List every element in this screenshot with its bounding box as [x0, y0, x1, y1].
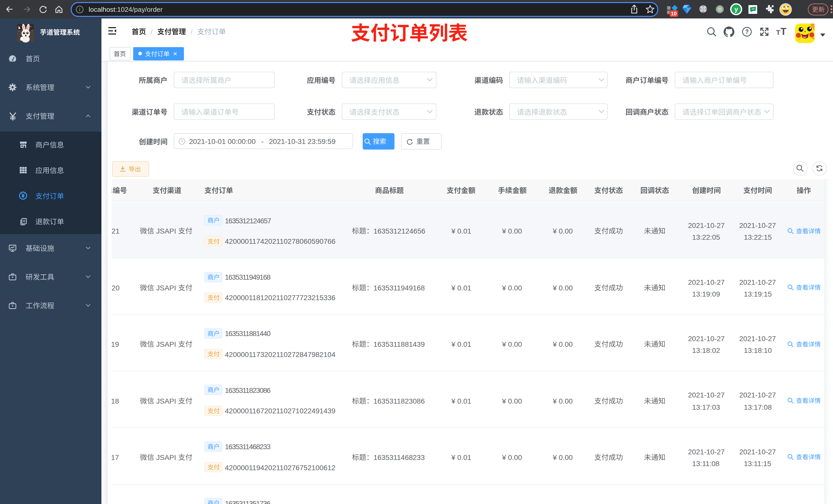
svg-text:¥ 0.00: ¥ 0.00: [552, 453, 573, 461]
svg-text:/: /: [151, 28, 153, 35]
svg-text:2021-10-01 00:00:00: 2021-10-01 00:00:00: [189, 138, 256, 145]
svg-text:¥ 0.00: ¥ 0.00: [502, 453, 522, 461]
svg-text:2021-10-27: 2021-10-27: [739, 221, 776, 230]
svg-text:2021-10-31 23:59:59: 2021-10-31 23:59:59: [269, 138, 336, 145]
svg-text:121: 121: [112, 227, 120, 235]
svg-text:13:19:09: 13:19:09: [692, 290, 720, 298]
svg-text:119: 119: [112, 340, 119, 348]
svg-text:¥ 0.00: ¥ 0.00: [552, 397, 573, 405]
svg-text:¥ 0.01: ¥ 0.01: [451, 227, 471, 235]
svg-text:1635311468233: 1635311468233: [373, 453, 424, 461]
svg-text:?: ?: [745, 28, 749, 35]
svg-text:4200001167202110271022491439: 4200001167202110271022491439: [225, 407, 336, 415]
svg-text:JSAPI: JSAPI: [154, 453, 178, 461]
svg-text:-: -: [261, 138, 263, 145]
svg-text:4200001194202110276752100612: 4200001194202110276752100612: [225, 463, 336, 472]
svg-text:1635311351736: 1635311351736: [225, 499, 270, 504]
svg-text:2021-10-27: 2021-10-27: [688, 335, 724, 343]
svg-text:13:22:15: 13:22:15: [744, 233, 771, 241]
svg-text:¥ 0.01: ¥ 0.01: [451, 397, 471, 405]
svg-text:JSAPI: JSAPI: [154, 397, 178, 405]
svg-text:13:22:05: 13:22:05: [692, 233, 720, 241]
svg-text:13:17:08: 13:17:08: [744, 403, 771, 411]
svg-text:1635311881440: 1635311881440: [225, 330, 270, 338]
svg-text:¥ 0.00: ¥ 0.00: [502, 340, 522, 348]
svg-text:1635311881439: 1635311881439: [373, 340, 424, 348]
svg-text:13:11:15: 13:11:15: [744, 459, 771, 467]
svg-text:1635312124656: 1635312124656: [373, 227, 425, 235]
svg-text:2021-10-27: 2021-10-27: [739, 335, 776, 343]
svg-text:2021-10-27: 2021-10-27: [739, 391, 776, 399]
svg-text:13:18:10: 13:18:10: [744, 346, 771, 355]
svg-text:1635311949168: 1635311949168: [373, 284, 424, 292]
svg-text:¥ 0.00: ¥ 0.00: [502, 227, 522, 235]
svg-text:JSAPI: JSAPI: [154, 227, 178, 235]
svg-text:117: 117: [112, 453, 119, 461]
svg-text:JSAPI: JSAPI: [154, 340, 178, 348]
svg-text:y: y: [734, 6, 738, 13]
svg-text:¥ 0.00: ¥ 0.00: [552, 340, 573, 348]
svg-text:2021-10-27: 2021-10-27: [688, 278, 724, 286]
svg-text:1635311468233: 1635311468233: [225, 443, 270, 451]
svg-text:2021-10-27: 2021-10-27: [739, 448, 776, 456]
svg-text:13:17:03: 13:17:03: [692, 403, 720, 411]
svg-text:120: 120: [112, 284, 120, 292]
svg-text:4200001174202110278060590766: 4200001174202110278060590766: [225, 237, 336, 245]
svg-text:2021-10-27: 2021-10-27: [688, 221, 724, 230]
svg-text:13:11:08: 13:11:08: [692, 459, 720, 467]
svg-text:¥ 0.00: ¥ 0.00: [552, 227, 573, 235]
svg-text:4200001173202110272847982104: 4200001173202110272847982104: [225, 350, 336, 358]
svg-text:1635311823086: 1635311823086: [225, 386, 270, 394]
svg-text:2021-10-27: 2021-10-27: [739, 278, 776, 286]
svg-text:T: T: [776, 29, 780, 37]
svg-text:1635311949168: 1635311949168: [225, 273, 270, 281]
svg-text:2021-10-27: 2021-10-27: [688, 448, 724, 456]
svg-text:13:18:02: 13:18:02: [692, 346, 720, 355]
svg-text:T: T: [781, 26, 786, 37]
svg-text::1024/pay/order: :1024/pay/order: [116, 6, 163, 13]
svg-text:2021-10-27: 2021-10-27: [688, 391, 724, 399]
svg-text:¥ 0.00: ¥ 0.00: [502, 284, 522, 292]
svg-text:¥ 0.00: ¥ 0.00: [552, 284, 573, 292]
svg-text:localhost: localhost: [89, 6, 116, 13]
svg-text:/: /: [191, 28, 193, 35]
svg-text:13:19:15: 13:19:15: [744, 290, 771, 298]
svg-text:1635311823086: 1635311823086: [373, 397, 424, 405]
svg-text:10: 10: [671, 11, 676, 16]
svg-text:¥ 0.01: ¥ 0.01: [451, 284, 471, 292]
svg-text:JSAPI: JSAPI: [154, 284, 178, 292]
svg-text:¥ 0.01: ¥ 0.01: [451, 340, 471, 348]
svg-text:1635312124657: 1635312124657: [225, 217, 271, 224]
svg-text:4200001181202110277723215336: 4200001181202110277723215336: [225, 294, 336, 302]
svg-text:¥ 0.01: ¥ 0.01: [451, 453, 471, 461]
svg-text:118: 118: [112, 397, 119, 405]
svg-text:¥ 0.00: ¥ 0.00: [502, 397, 522, 405]
